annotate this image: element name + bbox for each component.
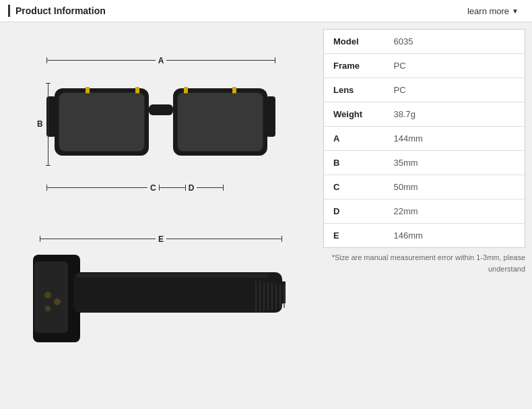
spec-value: 22mm: [385, 199, 525, 224]
spec-value: 146mm: [385, 224, 525, 248]
spec-note: *Size are manual measurement error withi…: [323, 252, 525, 274]
spec-value: 35mm: [385, 151, 525, 175]
spec-label: Lens: [324, 78, 385, 102]
spec-table-area: Model6035FramePCLensPCWeight38.7gA144mmB…: [323, 29, 525, 402]
learn-more-label: learn more: [467, 6, 509, 16]
svg-rect-20: [275, 284, 277, 309]
table-row: E146mm: [324, 224, 525, 248]
svg-rect-4: [149, 104, 173, 115]
spec-label: C: [324, 175, 385, 199]
dim-e-line-left: [40, 239, 156, 239]
dim-b-line-top: [48, 83, 48, 125]
svg-rect-17: [263, 282, 265, 311]
spec-value: 38.7g: [385, 102, 525, 127]
dim-d-line-right: [197, 187, 224, 188]
dim-d-label: D: [186, 183, 197, 193]
dim-e-label: E: [156, 234, 166, 244]
spec-value: PC: [385, 78, 525, 102]
table-row: D22mm: [324, 199, 525, 224]
dim-c-line: [46, 187, 147, 188]
svg-rect-9: [184, 87, 188, 94]
svg-rect-6: [266, 96, 275, 137]
dim-b-label: B: [34, 119, 46, 129]
svg-rect-16: [259, 280, 261, 313]
spec-table: Model6035FramePCLensPCWeight38.7gA144mmB…: [323, 29, 525, 248]
spec-label: Model: [324, 30, 385, 54]
spec-value: 50mm: [385, 175, 525, 199]
svg-rect-11: [59, 93, 144, 151]
table-row: Model6035: [324, 30, 525, 54]
svg-rect-7: [86, 87, 90, 94]
table-row: FramePC: [324, 54, 525, 78]
spec-label: E: [324, 224, 385, 248]
svg-rect-15: [255, 280, 257, 313]
dim-b-line-bottom: [48, 124, 48, 166]
svg-rect-26: [34, 261, 68, 333]
svg-rect-10: [232, 87, 236, 94]
table-row: A144mm: [324, 127, 525, 151]
svg-rect-22: [284, 285, 285, 308]
svg-rect-27: [77, 274, 269, 278]
svg-rect-21: [279, 284, 281, 309]
spec-label: A: [324, 127, 385, 151]
dim-a-label: A: [156, 56, 167, 65]
dim-a-line-right: [166, 60, 275, 61]
table-row: Weight38.7g: [324, 102, 525, 127]
header-title-area: Product Information: [8, 5, 106, 17]
dim-e-row: E: [40, 234, 282, 244]
dim-a-line-left: [46, 60, 156, 61]
dim-e-line-right: [166, 239, 282, 239]
glasses-front-svg: [46, 69, 275, 177]
spec-label: Weight: [324, 102, 385, 127]
learn-more-button[interactable]: learn more ▼: [462, 3, 524, 19]
front-view-container: A B: [7, 29, 315, 226]
side-view-container: E: [7, 232, 315, 402]
glasses-front-area: B: [46, 69, 275, 179]
dim-a-row: A: [46, 56, 275, 65]
dim-b-container: B: [34, 83, 48, 166]
dim-c-label: C: [147, 183, 159, 193]
main-content: A B: [0, 22, 532, 409]
dropdown-arrow-icon: ▼: [512, 7, 519, 15]
svg-rect-12: [178, 93, 263, 151]
table-row: B35mm: [324, 151, 525, 175]
svg-rect-18: [267, 282, 269, 311]
spec-value: PC: [385, 54, 525, 78]
svg-rect-19: [271, 283, 273, 310]
spec-value: 144mm: [385, 127, 525, 151]
spec-value: 6035: [385, 30, 525, 54]
header: Product Information learn more ▼: [0, 0, 532, 22]
table-row: C50mm: [324, 175, 525, 199]
header-left-bar: [8, 5, 10, 17]
diagram-area: A B: [7, 29, 315, 402]
svg-rect-8: [135, 87, 139, 94]
page-title: Product Information: [15, 5, 106, 16]
spec-label: Frame: [324, 54, 385, 78]
page-wrapper: Product Information learn more ▼ A: [0, 0, 532, 409]
spec-label: D: [324, 199, 385, 224]
spec-label: B: [324, 151, 385, 175]
dim-cd-row: C D: [46, 183, 275, 193]
dim-d-line-left: [159, 187, 186, 188]
table-row: LensPC: [324, 78, 525, 102]
glasses-side-svg: [33, 248, 289, 356]
